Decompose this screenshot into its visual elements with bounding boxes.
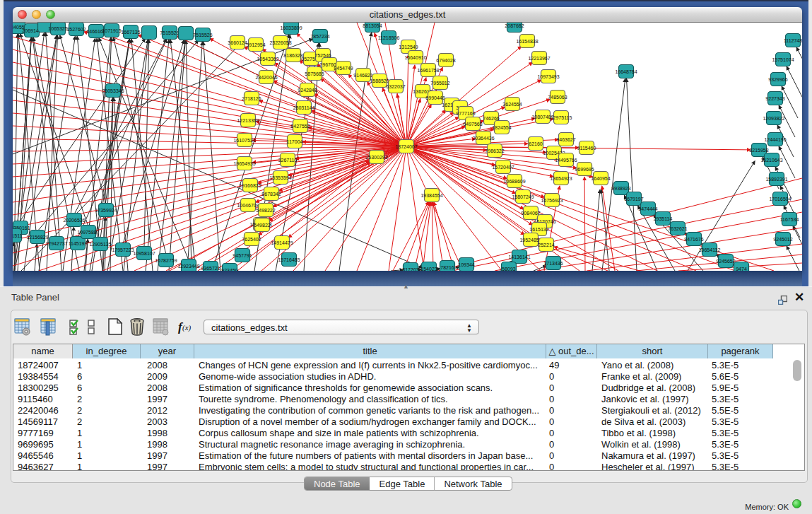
svg-text:1667135: 1667135	[121, 30, 140, 35]
svg-text:10958107: 10958107	[133, 251, 155, 256]
svg-text:12156829: 12156829	[26, 235, 48, 240]
svg-text:78216: 78216	[440, 265, 454, 270]
svg-text:1112748: 1112748	[784, 38, 802, 43]
svg-text:7632621: 7632621	[668, 226, 687, 231]
svg-text:7485063: 7485063	[548, 95, 567, 100]
svg-text:1640954: 1640954	[591, 176, 610, 181]
svg-text:19384554: 19384554	[420, 193, 442, 198]
svg-text:12444195: 12444195	[764, 137, 786, 142]
svg-text:1312549: 1312549	[399, 45, 418, 49]
svg-text:7515526: 7515526	[160, 30, 179, 35]
svg-text:6794028: 6794028	[436, 58, 455, 63]
svg-text:9245652: 9245652	[716, 259, 735, 264]
svg-text:9457791: 9457791	[233, 253, 252, 258]
svg-text:12213369: 12213369	[237, 118, 259, 123]
svg-text:15807249: 15807249	[512, 194, 534, 199]
svg-text:2935114: 2935114	[654, 216, 673, 221]
svg-text:2718126: 2718126	[242, 96, 261, 101]
svg-text:15892391: 15892391	[765, 177, 787, 182]
svg-text:16640910: 16640910	[404, 55, 426, 60]
svg-text:10543362: 10543362	[257, 57, 278, 62]
svg-text:9474444: 9474444	[638, 206, 657, 211]
svg-text:8678342: 8678342	[261, 192, 281, 197]
svg-text:1145193: 1145193	[69, 241, 88, 246]
svg-text:7625402: 7625402	[242, 237, 261, 242]
svg-text:14136141: 14136141	[508, 255, 530, 259]
svg-text:16107534: 16107534	[233, 138, 255, 143]
svg-text:11218506: 11218506	[378, 35, 400, 40]
svg-text:9329966: 9329966	[768, 77, 787, 82]
svg-text:10688609: 10688609	[503, 179, 525, 184]
svg-text:6322037: 6322037	[386, 84, 405, 89]
svg-text:7515526: 7515526	[193, 33, 212, 37]
svg-text:18724007: 18724007	[395, 144, 417, 149]
svg-text:10654112: 10654112	[699, 247, 721, 252]
svg-text:9227343: 9227343	[765, 96, 784, 101]
svg-text:16210643: 16210643	[760, 158, 782, 163]
svg-text:6497568: 6497568	[463, 122, 482, 127]
svg-text:62160: 62160	[529, 141, 543, 146]
svg-text:28031144: 28031144	[293, 105, 315, 110]
svg-text:9365721: 9365721	[201, 266, 220, 271]
svg-text:8215958: 8215958	[749, 148, 768, 153]
svg-text:9146821: 9146821	[353, 73, 372, 78]
svg-text:10046708: 10046708	[237, 203, 259, 208]
svg-text:14495766: 14495766	[555, 158, 577, 163]
svg-text:15716485: 15716485	[278, 257, 300, 262]
svg-text:16648784: 16648784	[615, 69, 637, 74]
svg-text:17016504: 17016504	[769, 197, 791, 201]
svg-text:5875685: 5875685	[305, 71, 324, 76]
svg-text:(x): (x)	[182, 323, 192, 332]
svg-text:391511: 391511	[13, 233, 23, 238]
svg-text:7986322: 7986322	[485, 148, 504, 153]
svg-text:3267110: 3267110	[278, 158, 298, 163]
svg-text:16756923: 16756923	[541, 198, 563, 203]
svg-text:1615132: 1615132	[529, 227, 548, 232]
svg-text:1588520: 1588520	[370, 78, 389, 83]
svg-text:1527602: 1527602	[66, 27, 86, 32]
svg-text:1065325: 1065325	[48, 26, 67, 31]
svg-text:6990448: 6990448	[425, 95, 445, 100]
svg-text:12942737: 12942737	[45, 241, 67, 246]
svg-text:19166825: 19166825	[239, 183, 261, 188]
svg-text:3660124: 3660124	[228, 40, 247, 45]
svg-text:7955812: 7955812	[430, 81, 449, 86]
svg-text:10975887: 10975887	[77, 230, 99, 235]
svg-text:23420046: 23420046	[255, 75, 277, 80]
svg-text:9245012: 9245012	[773, 237, 792, 242]
svg-text:9699695: 9699695	[575, 167, 594, 172]
svg-text:117004: 117004	[287, 139, 303, 144]
svg-text:1167534: 1167534	[780, 217, 799, 222]
svg-text:20364436: 20364436	[472, 136, 494, 141]
svg-text:109344: 109344	[458, 262, 474, 267]
svg-text:12905135: 12905135	[89, 242, 111, 247]
svg-text:252214: 252214	[538, 243, 554, 247]
svg-text:15751074: 15751074	[772, 57, 794, 62]
svg-text:7857234: 7857234	[310, 34, 329, 39]
svg-text:17957223: 17957223	[112, 247, 134, 252]
svg-text:16961758: 16961758	[417, 68, 439, 73]
svg-text:25300293: 25300293	[365, 155, 387, 160]
svg-text:8471676: 8471676	[684, 237, 703, 242]
svg-text:14914479: 14914479	[271, 240, 293, 245]
svg-text:2087682: 2087682	[505, 23, 524, 28]
svg-text:16033809: 16033809	[280, 25, 302, 30]
svg-text:23226058: 23226058	[269, 40, 291, 45]
svg-text:13654923: 13654923	[550, 176, 572, 181]
svg-text:10973493: 10973493	[537, 74, 559, 79]
svg-text:9242848: 9242848	[298, 88, 317, 93]
svg-text:15353594: 15353594	[269, 175, 291, 180]
svg-text:1824554: 1824554	[492, 125, 511, 130]
svg-text:12093822: 12093822	[763, 116, 784, 121]
svg-text:8186328: 8186328	[283, 53, 302, 58]
svg-text:5498222: 5498222	[256, 208, 275, 213]
svg-text:9463627: 9463627	[556, 137, 575, 142]
svg-text:12975115: 12975115	[551, 115, 572, 120]
svg-text:15720407: 15720407	[492, 165, 514, 170]
svg-text:12213967: 12213967	[528, 56, 550, 61]
svg-text:9777169: 9777169	[456, 111, 475, 116]
svg-text:8938923: 8938923	[611, 186, 630, 191]
svg-text:19654935: 19654935	[233, 161, 255, 166]
svg-text:20206536: 20206536	[63, 218, 85, 223]
svg-text:746266: 746266	[483, 116, 499, 121]
